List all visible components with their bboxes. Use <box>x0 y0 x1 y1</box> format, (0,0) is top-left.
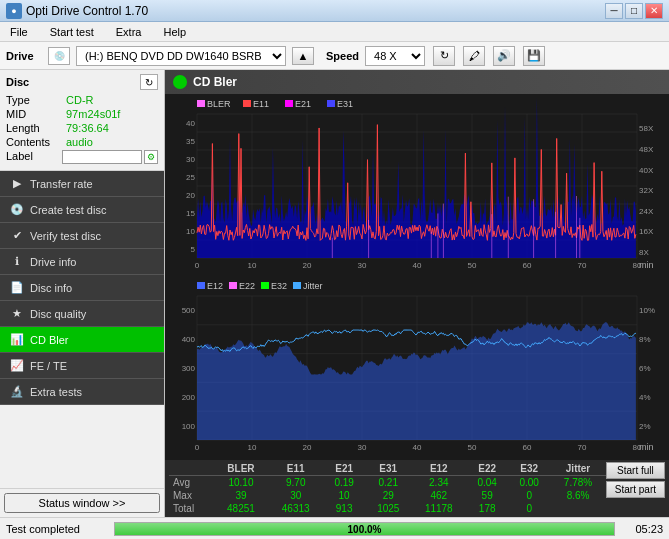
stats-total-e31: 1025 <box>365 502 411 515</box>
stats-total-e12: 11178 <box>411 502 466 515</box>
sidebar-item-fe-te[interactable]: 📈 FE / TE <box>0 353 164 379</box>
stats-total-e11: 46313 <box>268 502 323 515</box>
disc-length-value: 79:36.64 <box>66 122 109 134</box>
stats-total-e32: 0 <box>508 502 550 515</box>
stats-max-jitter: 8.6% <box>550 489 606 502</box>
drive-icon: 💿 <box>48 47 70 65</box>
close-button[interactable]: ✕ <box>645 3 663 19</box>
fe-te-icon: 📈 <box>10 359 24 373</box>
eject-button[interactable]: ▲ <box>292 47 314 65</box>
disc-type-key: Type <box>6 94 66 106</box>
sidebar-item-disc-quality[interactable]: ★ Disc quality <box>0 301 164 327</box>
stats-avg-label: Avg <box>169 476 214 490</box>
chart-title-icon <box>173 75 187 89</box>
sidebar-item-drive-info-label: Drive info <box>30 256 76 268</box>
stats-total-e21: 913 <box>323 502 365 515</box>
sidebar-item-cd-bler[interactable]: 📊 CD Bler <box>0 327 164 353</box>
stats-total-e22: 178 <box>466 502 508 515</box>
sidebar-item-disc-quality-label: Disc quality <box>30 308 86 320</box>
menu-file[interactable]: File <box>4 24 34 40</box>
content-area: CD Bler BLER <box>165 70 669 517</box>
disc-label-input[interactable] <box>62 150 142 164</box>
sidebar-item-verify-test-disc[interactable]: ✔ Verify test disc <box>0 223 164 249</box>
stats-avg-e12: 2.34 <box>411 476 466 490</box>
top-chart-canvas <box>167 96 667 276</box>
disc-section-title: Disc <box>6 76 29 88</box>
stats-avg-bler: 10.10 <box>214 476 269 490</box>
minimize-button[interactable]: ─ <box>605 3 623 19</box>
stats-max-bler: 39 <box>214 489 269 502</box>
stats-max-e12: 462 <box>411 489 466 502</box>
status-time: 05:23 <box>623 523 663 535</box>
sidebar-item-extra-tests[interactable]: 🔬 Extra tests <box>0 379 164 405</box>
start-full-button[interactable]: Start full <box>606 462 665 479</box>
start-part-button[interactable]: Start part <box>606 481 665 498</box>
stats-max-e32: 0 <box>508 489 550 502</box>
drive-select[interactable]: (H:) BENQ DVD DD DW1640 BSRB <box>76 46 286 66</box>
title-bar: ● Opti Drive Control 1.70 ─ □ ✕ <box>0 0 669 22</box>
stats-col-e11: E11 <box>268 462 323 476</box>
chart-title: CD Bler <box>193 75 237 89</box>
sidebar-item-cd-bler-label: CD Bler <box>30 334 69 346</box>
speed-select[interactable]: 48 X <box>365 46 425 66</box>
nav-items: ▶ Transfer rate 💿 Create test disc ✔ Ver… <box>0 171 164 488</box>
maximize-button[interactable]: □ <box>625 3 643 19</box>
sidebar-item-create-test-disc[interactable]: 💿 Create test disc <box>0 197 164 223</box>
charts-area <box>165 94 669 460</box>
stats-max-label: Max <box>169 489 214 502</box>
disc-type-value: CD-R <box>66 94 94 106</box>
stats-max-e22: 59 <box>466 489 508 502</box>
stats-total-label: Total <box>169 502 214 515</box>
status-text: Test completed <box>6 523 106 535</box>
sidebar-item-disc-info-label: Disc info <box>30 282 72 294</box>
transfer-rate-icon: ▶ <box>10 177 24 191</box>
stats-col-jitter: Jitter <box>550 462 606 476</box>
stats-col-e21: E21 <box>323 462 365 476</box>
drive-info-icon: ℹ <box>10 255 24 269</box>
sidebar-item-transfer-rate-label: Transfer rate <box>30 178 93 190</box>
disc-section: Disc ↻ Type CD-R MID 97m24s01f Length 79… <box>0 70 164 171</box>
cd-bler-icon: 📊 <box>10 333 24 347</box>
disc-quality-icon: ★ <box>10 307 24 321</box>
stats-col-e32: E32 <box>508 462 550 476</box>
chart-header: CD Bler <box>165 70 669 94</box>
stats-avg-e32: 0.00 <box>508 476 550 490</box>
sidebar-item-verify-test-disc-label: Verify test disc <box>30 230 101 242</box>
menu-extra[interactable]: Extra <box>110 24 148 40</box>
top-chart <box>167 96 667 276</box>
main-layout: Disc ↻ Type CD-R MID 97m24s01f Length 79… <box>0 70 669 517</box>
status-window-button[interactable]: Status window >> <box>4 493 160 513</box>
stats-avg-e11: 9.70 <box>268 476 323 490</box>
menu-bar: File Start test Extra Help <box>0 22 669 42</box>
action-btn-2[interactable]: 🔊 <box>493 46 515 66</box>
refresh-drive-button[interactable]: ↻ <box>433 46 455 66</box>
sidebar-item-transfer-rate[interactable]: ▶ Transfer rate <box>0 171 164 197</box>
app-title: Opti Drive Control 1.70 <box>26 4 148 18</box>
disc-contents-value: audio <box>66 136 93 148</box>
progress-bar: 100.0% <box>114 522 615 536</box>
sidebar-item-drive-info[interactable]: ℹ Drive info <box>0 249 164 275</box>
extra-tests-icon: 🔬 <box>10 385 24 399</box>
disc-mid-value: 97m24s01f <box>66 108 120 120</box>
disc-length-key: Length <box>6 122 66 134</box>
disc-label-gear-button[interactable]: ⚙ <box>144 150 158 164</box>
speed-label: Speed <box>326 50 359 62</box>
disc-refresh-button[interactable]: ↻ <box>140 74 158 90</box>
sidebar: Disc ↻ Type CD-R MID 97m24s01f Length 79… <box>0 70 165 517</box>
sidebar-item-extra-tests-label: Extra tests <box>30 386 82 398</box>
action-btn-1[interactable]: 🖍 <box>463 46 485 66</box>
stats-avg-e21: 0.19 <box>323 476 365 490</box>
stats-max-e31: 29 <box>365 489 411 502</box>
sidebar-item-disc-info[interactable]: 📄 Disc info <box>0 275 164 301</box>
menu-start-test[interactable]: Start test <box>44 24 100 40</box>
stats-max-e21: 10 <box>323 489 365 502</box>
disc-contents-key: Contents <box>6 136 66 148</box>
create-test-disc-icon: 💿 <box>10 203 24 217</box>
stats-col-e22: E22 <box>466 462 508 476</box>
menu-help[interactable]: Help <box>157 24 192 40</box>
verify-test-disc-icon: ✔ <box>10 229 24 243</box>
stats-table: BLER E11 E21 E31 E12 E22 E32 Jitter <box>169 462 606 515</box>
drive-bar: Drive 💿 (H:) BENQ DVD DD DW1640 BSRB ▲ S… <box>0 42 669 70</box>
save-button[interactable]: 💾 <box>523 46 545 66</box>
disc-info-icon: 📄 <box>10 281 24 295</box>
